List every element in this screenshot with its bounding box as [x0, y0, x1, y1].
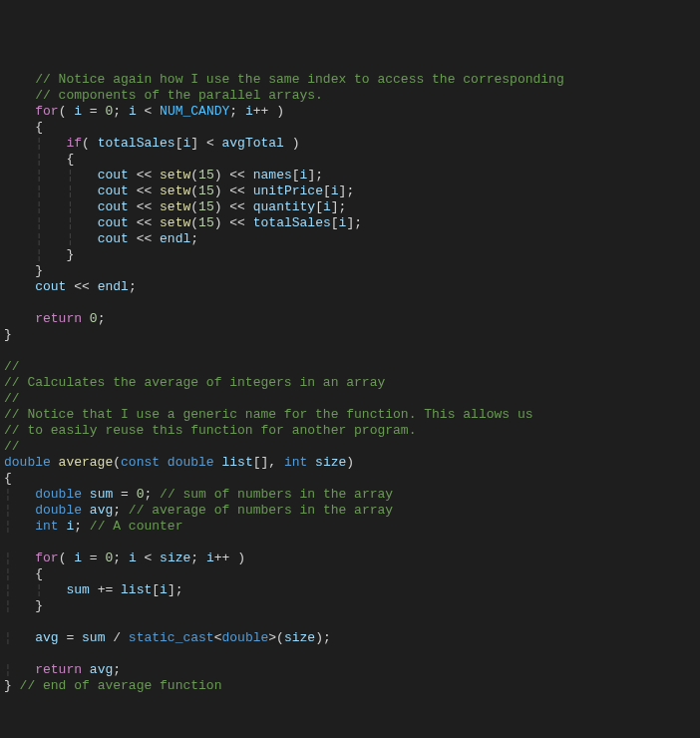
param-size: size [307, 455, 346, 470]
type-int: int [284, 455, 307, 470]
brace-close: } [66, 247, 74, 262]
brace-close: } [35, 263, 43, 278]
brace-close: } [4, 678, 12, 693]
comment: // average of numbers in the array [129, 503, 393, 518]
var-totalsales: totalSales [98, 136, 175, 151]
func-average: average [51, 455, 113, 470]
var-cout: cout [98, 168, 129, 183]
brace-open: { [35, 120, 43, 135]
comment: // [4, 359, 20, 374]
var-i: i [74, 104, 82, 119]
comment: // Notice again how I use the same index… [4, 72, 564, 87]
comment: // end of average function [12, 678, 222, 693]
comment: // [4, 439, 20, 454]
comment: // components of the parallel arrays. [4, 88, 323, 103]
var-avg: avg [82, 503, 113, 518]
brace-open: { [66, 152, 74, 167]
var-avgtotal: avgTotal [222, 136, 284, 151]
var-unitprice: unitPrice [253, 184, 323, 198]
var-names: names [253, 168, 292, 183]
type-double: double [4, 455, 51, 470]
keyword-return: return [35, 311, 82, 326]
comment: // [4, 391, 20, 406]
func-setw: setw [160, 168, 190, 183]
brace-open: { [35, 566, 43, 581]
comment: // Notice that I use a generic name for … [4, 407, 533, 422]
keyword-if: if [66, 136, 82, 151]
var-endl: endl [160, 231, 190, 246]
brace-close: } [4, 327, 12, 342]
keyword-static-cast: static_cast [129, 630, 214, 645]
comment: // Calculates the average of integers in… [4, 375, 385, 390]
keyword-const: const [121, 455, 160, 470]
brace-close: } [35, 598, 43, 613]
keyword-for: for [35, 104, 58, 119]
code-editor[interactable]: // Notice again how I use the same index… [0, 72, 700, 694]
comment: // A counter [90, 519, 183, 534]
brace-open: { [4, 471, 12, 486]
param-list: list [214, 455, 253, 470]
const-numcandy: NUM_CANDY [160, 104, 229, 119]
var-sum: sum [82, 487, 113, 502]
comment: // to easily reuse this function for ano… [4, 423, 416, 438]
comment: // sum of numbers in the array [160, 487, 393, 502]
var-quantity: quantity [253, 199, 315, 214]
